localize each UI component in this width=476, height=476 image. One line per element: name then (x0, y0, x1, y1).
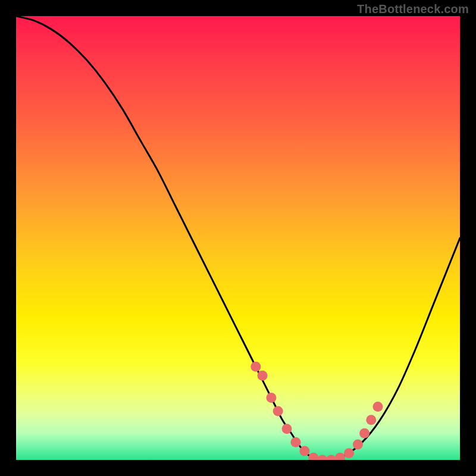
curve-line (16, 16, 460, 460)
highlight-dot (250, 362, 261, 372)
highlight-dot (273, 406, 283, 416)
chart-frame (16, 16, 460, 460)
highlight-dot (266, 393, 276, 403)
highlight-dot (282, 424, 292, 434)
watermark-text: TheBottleneck.com (357, 2, 469, 16)
highlight-dot (366, 415, 376, 425)
highlight-dot (359, 428, 369, 439)
highlight-dot (372, 402, 383, 412)
bottleneck-chart (16, 16, 460, 460)
highlight-dot (299, 446, 309, 456)
highlight-dot (258, 371, 268, 381)
highlight-dot (344, 448, 354, 458)
highlight-dot (326, 455, 336, 461)
highlight-dot (290, 437, 300, 447)
highlight-dot (308, 453, 318, 460)
highlight-dot (353, 439, 363, 449)
highlight-dot (335, 453, 345, 460)
highlight-dot (317, 455, 327, 461)
